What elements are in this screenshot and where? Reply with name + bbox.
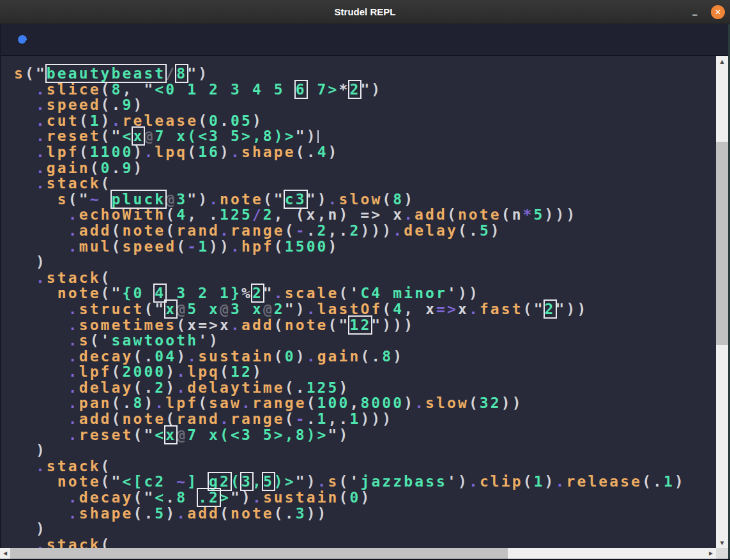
code-token: ) [252,363,263,380]
titlebar: Strudel REPL – ✕ [0,0,730,24]
code-token: . [68,427,79,443]
code-token: . [36,175,47,192]
code-token: . [36,96,47,113]
code-token: ") [360,81,382,98]
close-button[interactable]: ✕ [711,5,725,19]
code-token: 8 [133,395,144,411]
code-token: . [155,395,165,411]
code-token: . [36,160,47,176]
code-line: .speed(.9) [14,97,716,113]
code-token: ( [198,112,209,129]
code-token: 125 [307,379,339,396]
code-token: ) [393,348,404,365]
code-token: ( [101,175,112,192]
code-token: ") [231,489,252,506]
code-token: ) [165,505,176,522]
code-token: mul [79,238,112,255]
code-token: . [68,222,79,239]
active-token-highlight: 8 [176,65,187,82]
code-line: .mul(speed(-1)).hpf(1500) [14,239,716,255]
code-token: 05 [231,112,252,129]
code-token: . [469,301,480,317]
code-token: " [263,285,274,301]
code-token: lastOf [317,301,383,317]
code-token: . [36,269,47,286]
code-token: (" [25,65,47,82]
code-token: (" [101,285,123,301]
code-token: ) [339,379,350,396]
code-token: 8 [382,348,393,365]
code-token: ( [101,81,112,98]
code-token: (. [458,222,480,239]
code-token: 16 [198,144,220,160]
code-token: ( [307,395,317,411]
code-token: , [349,395,360,411]
window-controls: – ✕ [689,0,725,24]
vertical-scrollbar[interactable]: ▲ ▼ [716,56,728,548]
scroll-down-arrow-icon[interactable]: ▼ [716,538,728,548]
code-token: 3 [231,301,252,317]
code-token: scale [285,285,339,301]
code-token: * [338,81,349,98]
code-line: ) [14,521,716,537]
horizontal-scrollbar-thumb[interactable] [10,548,508,559]
code-token: hpf [241,238,274,255]
code-token: ( [101,536,112,548]
code-token: - [296,222,307,239]
vertical-scrollbar-thumb[interactable] [716,142,728,345]
active-token-highlight: 3 [241,473,252,490]
code-token: release [567,473,643,490]
code-token: add [79,411,112,427]
code-line: .decay("<.8 .2>").sustain(0) [14,490,716,506]
active-token-highlight: 4 [155,285,165,301]
horizontal-scrollbar[interactable]: ◀ ▶ [0,548,716,559]
code-token: ') [447,473,469,490]
code-token: . [36,536,47,548]
code-token: ( [112,411,123,427]
code-editor[interactable]: s("beautybeast/8") .slice(8, "<0 1 2 3 4… [1,56,716,548]
code-line: ) [14,443,716,458]
scroll-up-arrow-icon[interactable]: ▲ [716,56,728,66]
strudel-spiral-icon[interactable] [13,31,31,49]
scroll-left-arrow-icon[interactable]: ◀ [0,548,10,559]
code-token: 8 [176,489,198,506]
code-token: decay [79,489,133,506]
code-token: decay [79,348,133,365]
code-token: ) [14,442,47,458]
code-token: range [231,222,285,239]
code-token: > [220,489,231,506]
code-token: . [68,348,79,365]
code-token: . [307,301,317,317]
code-token: . [176,363,187,380]
code-token: @ [263,301,274,317]
code-token: ) [133,144,144,160]
code-token: (. [133,505,155,522]
code-token: echoWith [79,206,166,223]
code-line: .s('sawtooth') [14,333,716,349]
code-line: note("<[c2 ~] g2(3,5)>").s('jazzbass').c… [14,474,716,490]
code-token: . [68,505,79,522]
code-token: , " [123,81,155,98]
code-token: / [165,65,176,82]
minimize-button[interactable]: – [689,4,701,20]
code-token: ) [490,222,501,239]
code-token: note [220,191,263,208]
code-token: . [241,395,252,411]
code-token: . [112,112,123,129]
code-token [14,411,68,427]
code-line: .add(note(rand.range(-.2,.2))).delay(.5) [14,223,716,239]
code-token [14,175,36,192]
code-token: 2 [349,222,360,239]
window-title: Strudel REPL [335,6,396,17]
code-token: lpf [79,363,112,380]
code-token [14,144,36,160]
code-token: . [404,206,414,223]
code-token: ") [328,427,350,443]
active-token-highlight: x [165,301,176,317]
code-token: . [36,81,47,98]
scroll-right-arrow-icon[interactable]: ▶ [706,548,716,559]
code-token: delay [404,222,458,239]
code-token: add [79,222,112,239]
code-token: 32 [480,395,501,411]
scrollbar-corner [716,548,728,559]
